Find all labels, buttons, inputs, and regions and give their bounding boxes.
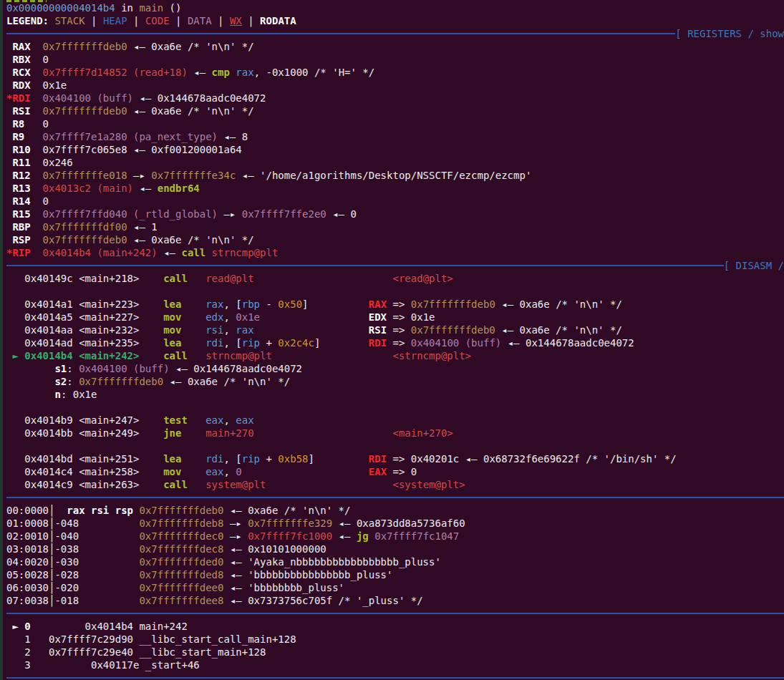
disasm-row: 0x4014a5 <main+227> mov edx, 0x1e EDX =>…	[6, 311, 784, 324]
text-segment: 'Ayaka_nbbbbbbbbbbbbbbbbb_pluss'	[248, 556, 441, 568]
separator-registers: [ REGISTERS / show	[6, 27, 784, 40]
text-segment: 0x10101000000	[248, 543, 326, 555]
frame-row: 3 0x40117e _start+46	[6, 659, 784, 671]
text-segment: ◂—	[332, 518, 357, 529]
section-registers: [ REGISTERS / show RAX 0x7fffffffdeb0 ◂—…	[6, 27, 784, 259]
register-row: RBP 0x7fffffffdf00 ◂— 1	[6, 220, 784, 233]
text-segment: 0x4014ad <main+235>	[6, 337, 163, 349]
register-row: R15 0x7ffff7ffd040 (_rtld_global) —▸ 0x7…	[6, 208, 784, 220]
text-segment: RAX	[6, 41, 43, 52]
text-segment: 0xa6e /* 'n\n' */	[151, 234, 253, 246]
text-segment	[6, 402, 12, 413]
text-segment: 0xa6e /* 'n\n' */	[248, 505, 350, 516]
text-segment: |	[127, 15, 145, 26]
text-segment: main	[139, 2, 163, 14]
text-segment: rip	[242, 337, 260, 349]
text-segment: strncmp@plt	[205, 350, 272, 361]
disasm-row: 0x4014aa <main+232> mov rsi, rax RSI => …	[6, 324, 784, 336]
text-segment: call	[163, 479, 188, 490]
text-segment: test	[163, 414, 188, 426]
text-segment: R8	[6, 118, 43, 130]
text-segment: 0x7fffffffded0	[139, 556, 223, 568]
text-segment	[181, 311, 205, 323]
text-segment: RSI	[6, 105, 43, 117]
register-row: RSP 0x7fffffffdeb0 ◂— 0xa6e /* 'n\n' */	[6, 233, 784, 246]
text-segment: =>	[387, 337, 411, 349]
text-segment: rax	[236, 67, 253, 78]
text-segment: RCX	[6, 67, 43, 78]
text-segment: 0	[350, 208, 356, 220]
disasm-row: 0x4014bd <main+251> lea rdi, [rip + 0xb5…	[6, 452, 784, 465]
text-segment: s1	[54, 363, 67, 374]
text-segment: ◂—	[127, 234, 152, 246]
text-segment: 0x4014a5 <main+227>	[6, 311, 163, 323]
text-segment: 0x7ffff7c29e40 __libc_start_main+128	[49, 646, 266, 658]
text-segment: mov	[163, 324, 181, 336]
stack-row: 01:0008│-048 0x7fffffffdeb8 —▸ 0x7ffffff…	[6, 517, 784, 530]
text-segment	[181, 453, 205, 465]
text-segment: R14	[6, 195, 43, 207]
text-segment: 0x4014bb <main+249>	[6, 427, 163, 439]
text-segment: EDX	[369, 311, 387, 323]
text-segment: ◂—	[501, 337, 526, 349]
disasm-row	[6, 285, 784, 298]
text-segment	[6, 440, 12, 452]
text-segment: 0xa6e /* 'n\n' */	[151, 105, 253, 117]
disasm-row: 0x4014bb <main+249> jne main+270 <main+2…	[6, 427, 784, 439]
separator-rule	[6, 265, 724, 266]
text-segment: 0x7fffffffdeb0	[43, 105, 127, 117]
text-segment: 0xa6e /* 'n\n' */	[520, 298, 622, 310]
text-segment: 0x7fffffffe34c	[151, 170, 236, 181]
text-segment: ◂—	[223, 556, 248, 568]
text-segment: RDI	[369, 453, 387, 465]
text-segment: STACK	[54, 15, 84, 26]
text-segment: 0x7fffffffdec8	[139, 543, 223, 555]
stack-row: 02:0010│-040 0x7fffffffdec0 —▸ 0x7ffff7f…	[6, 530, 784, 543]
text-segment	[254, 273, 393, 284]
text-segment: ◂—	[223, 569, 248, 581]
text-segment: —▸	[223, 518, 248, 529]
text-segment: ◂—	[236, 170, 260, 181]
text-segment: '/home/a1gorithms/Desktop/NSSCTF/ezcmp/e…	[260, 170, 531, 181]
text-segment: 0x7fffffffdec0	[139, 530, 223, 542]
register-row: R14 0	[6, 195, 784, 208]
separator-rule	[6, 497, 784, 498]
text-segment: 0	[236, 466, 241, 477]
text-segment: 0x7fffffffdeb0	[139, 505, 223, 516]
text-segment: 01:0008│-048	[6, 518, 139, 529]
text-segment: HEAP	[103, 15, 127, 26]
text-segment: R10	[6, 144, 43, 155]
text-segment: => 0x40201c ◂— 0x68732f6e69622f /* '/bin…	[387, 453, 677, 465]
disasm-row: 0x4014c9 <main+263> call system@plt <sys…	[6, 478, 784, 491]
register-row: RCX 0x7ffff7d14852 (read+18) ◂— cmp rax,…	[6, 66, 784, 79]
text-segment	[272, 350, 393, 361]
text-segment: rax rsi rsp	[67, 505, 133, 516]
text-segment	[254, 324, 369, 336]
text-segment: : 0x1e	[61, 389, 97, 400]
text-segment: 1	[151, 221, 157, 233]
text-segment: n	[54, 389, 60, 400]
text-segment: 0x7fffffffe018	[43, 170, 127, 181]
text-segment: 0x7ffff7ffe2e0	[242, 208, 326, 220]
text-segment: RODATA	[260, 15, 296, 26]
text-segment: cmp	[212, 67, 230, 78]
text-segment	[181, 466, 205, 477]
separator	[6, 491, 784, 504]
text-segment	[31, 621, 85, 632]
register-row: *RDI 0x404100 (buff) ◂— 0x144678aadc0e40…	[6, 92, 784, 105]
text-segment: call	[163, 350, 188, 361]
text-segment: system@plt	[205, 479, 266, 490]
text-segment: 0x7fffffffdeb0	[411, 298, 495, 310]
call-arg-row: s1: 0x404100 (buff) ◂— 0x144678aadc0e407…	[6, 362, 784, 375]
text-segment: ,	[223, 311, 236, 323]
text-segment: 0x00000000004014b4	[6, 2, 115, 14]
text-segment: R11	[6, 157, 43, 168]
text-segment: 3	[6, 659, 91, 671]
stack-row: 04:0020│-030 0x7fffffffded0 ◂— 'Ayaka_nb…	[6, 555, 784, 568]
text-segment: ► 0x4014b4 <main+242>	[6, 350, 139, 361]
text-segment	[6, 286, 12, 297]
text-segment: 0x40117e _start+46	[91, 659, 200, 671]
text-segment	[320, 337, 368, 349]
text-segment: rax	[236, 324, 253, 336]
disasm-row: 0x4014c4 <main+258> mov eax, 0 EAX => 0	[6, 465, 784, 478]
